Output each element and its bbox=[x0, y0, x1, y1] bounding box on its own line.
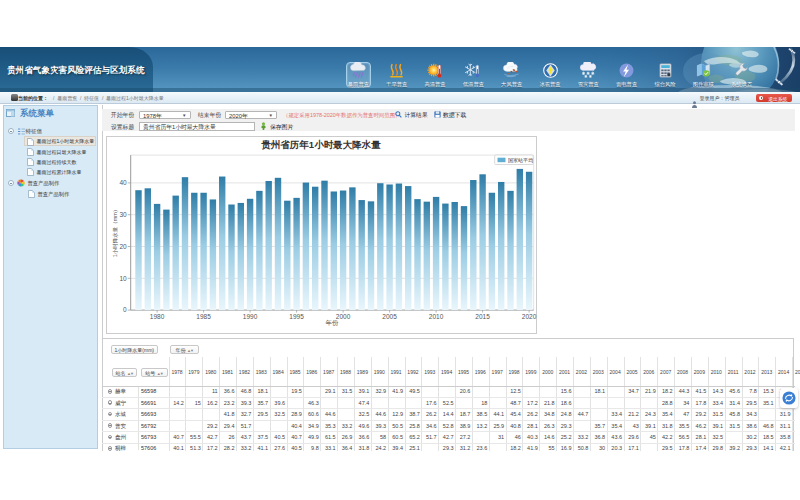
svg-text:2010: 2010 bbox=[429, 313, 444, 320]
svg-text:1小时降水量（mm）: 1小时降水量（mm） bbox=[112, 207, 118, 258]
svg-text:2005: 2005 bbox=[383, 313, 398, 320]
svg-text:1995: 1995 bbox=[290, 313, 305, 320]
svg-text:国家站平均: 国家站平均 bbox=[508, 157, 533, 164]
svg-text:20: 20 bbox=[120, 243, 128, 250]
svg-text:贵州省历年1小时最大降水量: 贵州省历年1小时最大降水量 bbox=[262, 139, 382, 150]
svg-text:10: 10 bbox=[120, 275, 128, 282]
svg-text:1990: 1990 bbox=[243, 313, 258, 320]
svg-text:2020: 2020 bbox=[522, 313, 537, 320]
svg-text:30: 30 bbox=[120, 211, 128, 218]
svg-text:0: 0 bbox=[123, 307, 127, 314]
svg-text:年份: 年份 bbox=[326, 319, 340, 327]
svg-text:40: 40 bbox=[120, 179, 128, 186]
svg-text:2015: 2015 bbox=[476, 313, 491, 320]
svg-text:1980: 1980 bbox=[150, 313, 165, 320]
svg-text:1985: 1985 bbox=[197, 313, 212, 320]
